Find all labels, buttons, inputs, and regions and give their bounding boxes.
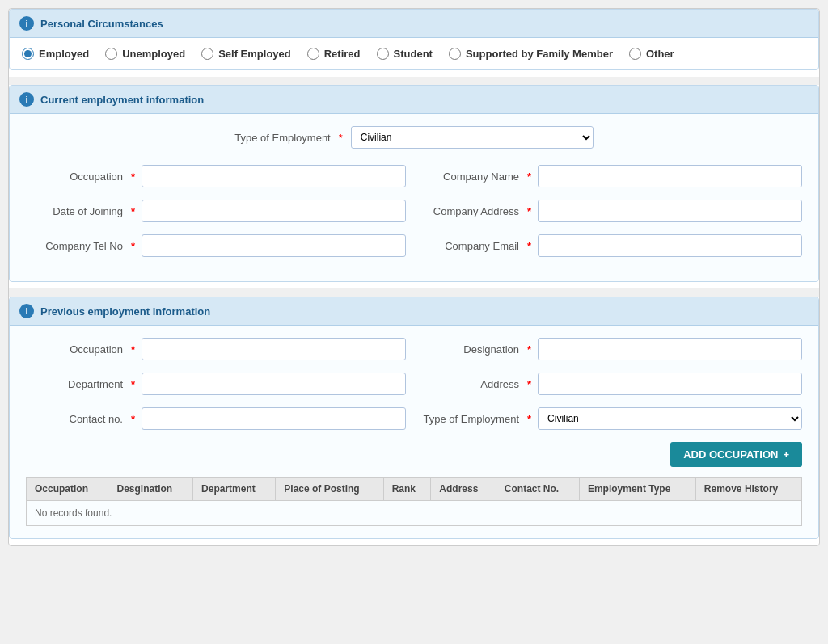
address-label: Address <box>422 378 519 390</box>
company-email-required: * <box>527 240 531 252</box>
contact-no-input[interactable] <box>142 407 406 430</box>
designation-input[interactable] <box>538 338 802 360</box>
radio-item-unemployed[interactable]: Unemployed <box>105 48 185 60</box>
type-employment-row: Type of Employment * Civilian Military G… <box>26 126 802 149</box>
no-records-row: No records found. <box>27 501 802 526</box>
type-employment-select[interactable]: Civilian Military Government Private <box>351 126 594 149</box>
radio-supported[interactable] <box>449 48 461 60</box>
prev-type-employment-select[interactable]: Civilian Military Government Private <box>538 407 802 430</box>
col-place-of-posting: Place of Posting <box>276 478 383 501</box>
company-name-group: Company Name * <box>422 165 802 187</box>
table-body: No records found. <box>27 501 802 526</box>
company-tel-label: Company Tel No <box>26 240 123 252</box>
current-employment-info-icon: i <box>19 92 34 107</box>
current-employment-section: i Current employment information Type of… <box>9 85 819 282</box>
employment-radio-group: Employed Unemployed Self Employed Retire… <box>10 38 818 69</box>
radio-employed[interactable] <box>22 48 34 60</box>
company-email-input[interactable] <box>538 234 802 257</box>
add-occupation-button[interactable]: ADD OCCUPATION + <box>670 442 802 467</box>
type-employment-required: * <box>339 132 343 144</box>
radio-student-label[interactable]: Student <box>394 48 433 60</box>
prev-occupation-label: Occupation <box>26 343 123 356</box>
company-tel-input[interactable] <box>142 234 406 257</box>
radio-retired-label[interactable]: Retired <box>324 48 361 60</box>
add-occupation-plus-icon: + <box>783 448 789 461</box>
col-designation: Desgination <box>108 478 193 501</box>
add-occupation-btn-row: ADD OCCUPATION + <box>26 442 802 467</box>
company-address-input[interactable] <box>538 200 802 222</box>
contact-no-group: Contact no. * <box>26 407 406 430</box>
col-rank: Rank <box>383 478 431 501</box>
radio-unemployed-label[interactable]: Unemployed <box>122 48 185 60</box>
department-label: Department <box>26 378 123 390</box>
radio-supported-label[interactable]: Supported by Family Member <box>466 48 613 60</box>
radio-item-student[interactable]: Student <box>377 48 433 60</box>
radio-item-other[interactable]: Other <box>629 48 674 60</box>
date-joining-group: Date of Joining * <box>26 200 406 222</box>
contact-no-required: * <box>131 413 135 425</box>
prev-type-employment-required: * <box>527 413 531 425</box>
designation-required: * <box>527 343 531 356</box>
company-tel-group: Company Tel No * <box>26 234 406 257</box>
company-email-label: Company Email <box>422 240 519 252</box>
page-wrapper: i Personal Circumstances Employed Unempl… <box>8 8 820 546</box>
company-tel-required: * <box>131 240 135 252</box>
col-occupation: Occupation <box>27 478 108 501</box>
radio-employed-label[interactable]: Employed <box>39 48 89 60</box>
col-department: Department <box>193 478 276 501</box>
current-form-row-2: Date of Joining * Company Address * <box>26 200 802 222</box>
radio-retired[interactable] <box>307 48 319 60</box>
prev-occupation-required: * <box>131 343 135 356</box>
radio-item-employed[interactable]: Employed <box>22 48 89 60</box>
previous-employment-header: i Previous employment information <box>10 297 818 326</box>
radio-item-retired[interactable]: Retired <box>307 48 361 60</box>
col-address: Address <box>431 478 496 501</box>
personal-circumstances-section: i Personal Circumstances Employed Unempl… <box>9 9 819 70</box>
prev-form-row-2: Department * Address * <box>26 373 802 395</box>
previous-employment-body: Occupation * Designation * Department * <box>10 326 818 538</box>
occupation-input[interactable] <box>142 165 406 187</box>
prev-occupation-group: Occupation * <box>26 338 406 360</box>
col-employment-type: Employment Type <box>579 478 695 501</box>
col-contact-no: Contact No. <box>496 478 579 501</box>
address-required: * <box>527 378 531 390</box>
table-header: Occupation Desgination Department Place … <box>27 478 802 501</box>
prev-occupation-input[interactable] <box>142 338 406 360</box>
company-email-group: Company Email * <box>422 234 802 257</box>
current-form-row-3: Company Tel No * Company Email * <box>26 234 802 257</box>
radio-self-employed[interactable] <box>201 48 213 60</box>
designation-label: Designation <box>422 343 519 356</box>
date-joining-required: * <box>131 205 135 217</box>
company-name-input[interactable] <box>538 165 802 187</box>
department-required: * <box>131 378 135 390</box>
address-input[interactable] <box>538 373 802 395</box>
personal-circumstances-header: i Personal Circumstances <box>10 10 818 38</box>
date-joining-label: Date of Joining <box>26 205 123 217</box>
type-employment-label: Type of Employment <box>234 132 331 144</box>
radio-other[interactable] <box>629 48 641 60</box>
radio-item-supported[interactable]: Supported by Family Member <box>449 48 613 60</box>
company-address-group: Company Address * <box>422 200 802 222</box>
radio-student[interactable] <box>377 48 389 60</box>
no-records-cell: No records found. <box>27 501 802 526</box>
radio-other-label[interactable]: Other <box>646 48 674 60</box>
prev-type-employment-label: Type of Employment <box>422 413 519 425</box>
date-joining-input[interactable] <box>142 200 406 222</box>
company-address-required: * <box>527 205 531 217</box>
previous-employment-section: i Previous employment information Occupa… <box>9 297 819 539</box>
department-group: Department * <box>26 373 406 395</box>
designation-group: Designation * <box>422 338 802 360</box>
radio-self-employed-label[interactable]: Self Employed <box>218 48 291 60</box>
previous-employment-title: Previous employment information <box>40 305 210 318</box>
department-input[interactable] <box>142 373 406 395</box>
radio-unemployed[interactable] <box>105 48 117 60</box>
prev-form-row-3: Contact no. * Type of Employment * Civil… <box>26 407 802 430</box>
current-employment-header: i Current employment information <box>10 86 818 114</box>
prev-form-row-1: Occupation * Designation * <box>26 338 802 360</box>
col-remove-history: Remove History <box>695 478 801 501</box>
contact-no-label: Contact no. <box>26 413 123 425</box>
radio-item-self-employed[interactable]: Self Employed <box>201 48 291 60</box>
occupation-history-table: Occupation Desgination Department Place … <box>26 477 802 526</box>
current-form-row-1: Occupation * Company Name * <box>26 165 802 187</box>
company-name-label: Company Name <box>422 170 519 183</box>
